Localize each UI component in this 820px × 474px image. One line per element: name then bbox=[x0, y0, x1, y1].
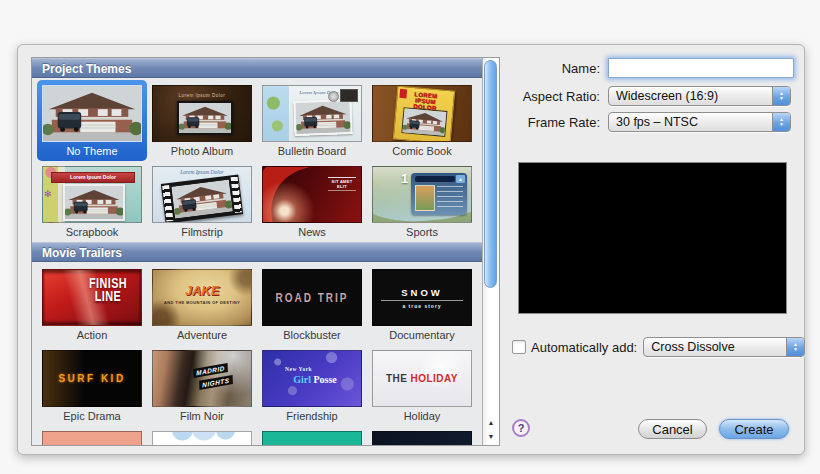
theme-item-film-noir[interactable]: MADRIDNIGHTSFilm Noir bbox=[147, 345, 257, 426]
aspect-ratio-row: Aspect Ratio: Widescreen (16:9) ▲▼ bbox=[488, 86, 791, 106]
theme-thumbnail: SURF KID bbox=[42, 350, 142, 407]
theme-item-comic-book[interactable]: LOREM IPSUM DOLORComic Book bbox=[367, 80, 477, 161]
thumb-title-text: THEHOLIDAY bbox=[373, 351, 471, 406]
thumb-subtitle-text: a true story bbox=[402, 303, 441, 309]
frame-rate-value: 30 fps – NTSC bbox=[609, 115, 772, 129]
theme-label: News bbox=[298, 226, 326, 238]
theme-label: Bulletin Board bbox=[278, 145, 347, 157]
thumb-title-text: JAKE bbox=[153, 283, 251, 298]
theme-thumbnail: Lorem Ipsum Dolor bbox=[152, 85, 252, 142]
thumb-subtitle-text: AND THE MOUNTAIN OF DESTINY bbox=[153, 300, 251, 305]
project-name-input[interactable] bbox=[608, 58, 794, 78]
theme-item-holiday[interactable]: THEHOLIDAYHoliday bbox=[367, 345, 477, 426]
cancel-button[interactable]: Cancel bbox=[638, 419, 707, 439]
photo-icon: ▲ bbox=[456, 175, 465, 183]
thumb-subtitle-text: NIGHTS bbox=[199, 375, 232, 390]
aspect-ratio-label: Aspect Ratio: bbox=[488, 89, 608, 104]
thumb-title-text: SURF KID bbox=[43, 373, 141, 384]
theme-thumbnail: Lorem Ipsum Dolor✻ bbox=[42, 166, 142, 223]
theme-grid: FINISHLINEActionJAKEAND THE MOUNTAIN OF … bbox=[32, 262, 482, 445]
aspect-ratio-value: Widescreen (16:9) bbox=[609, 89, 772, 103]
theme-label: Adventure bbox=[177, 329, 227, 341]
theme-thumbnail: THEHOLIDAY bbox=[372, 350, 472, 407]
frame-rate-select[interactable]: 30 fps – NTSC ▲▼ bbox=[608, 112, 791, 132]
theme-item-action[interactable]: FINISHLINEAction bbox=[37, 264, 147, 345]
theme-label: Comic Book bbox=[392, 145, 451, 157]
theme-thumbnail: LOREM IPSUM DOLOR bbox=[372, 85, 472, 142]
create-button[interactable]: Create bbox=[719, 419, 789, 439]
theme-thumbnail: Lorem Ipsum Dolor bbox=[152, 166, 252, 223]
theme-item-bulletin-board[interactable]: Lorem Ipsum DolorBulletin Board bbox=[257, 80, 367, 161]
theme-item-navy[interactable] bbox=[367, 426, 477, 445]
transition-select[interactable]: Cross Dissolve ▲▼ bbox=[643, 337, 805, 357]
transition-value: Cross Dissolve bbox=[644, 340, 786, 354]
scroll-up-button[interactable]: ▲ bbox=[483, 416, 499, 430]
theme-item-scrapbook[interactable]: Lorem Ipsum Dolor✻Scrapbook bbox=[37, 161, 147, 242]
theme-label: Blockbuster bbox=[283, 329, 340, 341]
theme-thumbnail: MADRIDNIGHTS bbox=[152, 350, 252, 407]
preview-pane bbox=[518, 162, 787, 314]
thumb-title-text: ROAD TRIP bbox=[263, 269, 361, 326]
theme-label: Documentary bbox=[389, 329, 454, 341]
name-row: Name: bbox=[488, 58, 791, 78]
theme-item-paper[interactable] bbox=[147, 426, 257, 445]
thumb-subtitle-text: New York bbox=[285, 366, 312, 372]
theme-label: Filmstrip bbox=[181, 226, 223, 238]
themes-list-content: Project ThemesNo ThemeLorem Ipsum DolorP… bbox=[32, 58, 482, 445]
theme-item-no-theme[interactable]: No Theme bbox=[37, 80, 147, 161]
theme-thumbnail: 1▲ bbox=[372, 166, 472, 223]
scrollbar-arrows: ▲ ▼ bbox=[483, 416, 499, 444]
themes-list: Project ThemesNo ThemeLorem Ipsum DolorP… bbox=[31, 57, 500, 446]
theme-thumbnail: ROAD TRIP bbox=[262, 269, 362, 326]
automatically-add-label: Automatically add: bbox=[531, 340, 637, 355]
theme-thumbnail bbox=[372, 431, 472, 445]
theme-item-documentary[interactable]: SNOWa true storyDocumentary bbox=[367, 264, 477, 345]
theme-label: Epic Drama bbox=[63, 410, 120, 422]
screen: Project ThemesNo ThemeLorem Ipsum DolorP… bbox=[0, 0, 820, 474]
theme-grid: No ThemeLorem Ipsum DolorPhoto AlbumLore… bbox=[32, 78, 482, 242]
frame-rate-row: Frame Rate: 30 fps – NTSC ▲▼ bbox=[488, 112, 791, 132]
theme-item-filmstrip[interactable]: Lorem Ipsum DolorFilmstrip bbox=[147, 161, 257, 242]
thumb-title-text: Lorem Ipsum Dolor bbox=[51, 172, 135, 183]
theme-label: Friendship bbox=[286, 410, 337, 422]
new-project-dialog: Project ThemesNo ThemeLorem Ipsum DolorP… bbox=[17, 44, 805, 455]
theme-label: Action bbox=[77, 329, 108, 341]
scroll-down-button[interactable]: ▼ bbox=[483, 430, 499, 444]
theme-thumbnail: FINISHLINE bbox=[42, 269, 142, 326]
theme-item-sports[interactable]: 1▲Sports bbox=[367, 161, 477, 242]
theme-thumbnail: SNOWa true story bbox=[372, 269, 472, 326]
theme-item-blockbuster[interactable]: ROAD TRIPBlockbuster bbox=[257, 264, 367, 345]
thumb-title-text: Girl Posse bbox=[279, 374, 351, 385]
theme-label: Photo Album bbox=[171, 145, 233, 157]
theme-item-epic-drama[interactable]: SURF KIDEpic Drama bbox=[37, 345, 147, 426]
theme-thumbnail bbox=[152, 431, 252, 445]
theme-label: Scrapbook bbox=[66, 226, 119, 238]
thumb-title-text: SNOW bbox=[401, 287, 443, 298]
stepper-arrows-icon: ▲▼ bbox=[772, 87, 790, 105]
theme-item-teal[interactable] bbox=[257, 426, 367, 445]
theme-thumbnail bbox=[42, 431, 142, 445]
thumb-title-text: 1 bbox=[401, 171, 408, 186]
help-button[interactable]: ? bbox=[512, 419, 530, 437]
theme-item-news[interactable]: SIT AMET ELITNews bbox=[257, 161, 367, 242]
theme-item-adventure[interactable]: JAKEAND THE MOUNTAIN OF DESTINYAdventure bbox=[147, 264, 257, 345]
name-label: Name: bbox=[488, 61, 608, 76]
theme-thumbnail: SIT AMET ELIT bbox=[262, 166, 362, 223]
stepper-arrows-icon: ▲▼ bbox=[772, 113, 790, 131]
theme-item-salmon[interactable] bbox=[37, 426, 147, 445]
theme-thumbnail bbox=[262, 431, 362, 445]
flower-icon: ✻ bbox=[44, 189, 52, 199]
automatically-add-checkbox[interactable] bbox=[512, 340, 526, 354]
aspect-ratio-select[interactable]: Widescreen (16:9) ▲▼ bbox=[608, 86, 791, 106]
theme-thumbnail: JAKEAND THE MOUNTAIN OF DESTINY bbox=[152, 269, 252, 326]
section-header: Project Themes bbox=[32, 58, 482, 78]
theme-thumbnail: Lorem Ipsum Dolor bbox=[262, 85, 362, 142]
theme-thumbnail bbox=[42, 85, 142, 142]
stepper-arrows-icon: ▲▼ bbox=[786, 338, 804, 356]
thumb-title-text: SIT AMET ELIT bbox=[328, 177, 356, 191]
theme-label: No Theme bbox=[66, 145, 117, 157]
theme-item-photo-album[interactable]: Lorem Ipsum DolorPhoto Album bbox=[147, 80, 257, 161]
thumb-title-text: FINISHLINE bbox=[82, 276, 134, 304]
theme-item-friendship[interactable]: New YorkGirl PosseFriendship bbox=[257, 345, 367, 426]
theme-thumbnail: New YorkGirl Posse bbox=[262, 350, 362, 407]
